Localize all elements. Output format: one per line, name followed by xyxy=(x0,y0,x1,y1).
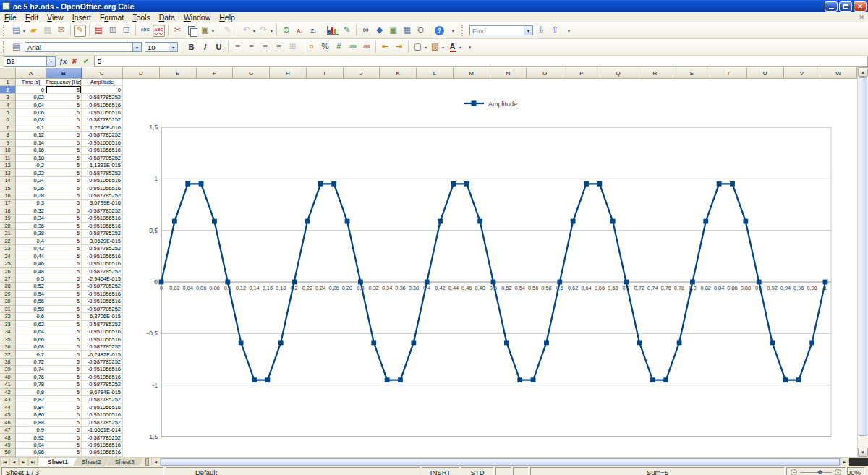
row-header-2[interactable]: 2 xyxy=(0,86,16,93)
row-header-43[interactable]: 43 xyxy=(0,396,16,403)
gallery-icon[interactable]: ▣ xyxy=(387,25,399,37)
row-header-35[interactable]: 35 xyxy=(0,335,16,343)
formula-input-line[interactable]: 5 xyxy=(94,56,868,67)
cell-B4[interactable]: 5 xyxy=(46,101,82,108)
new-document-icon[interactable]: ▤ xyxy=(10,25,22,37)
menu-item-view[interactable]: View xyxy=(43,13,68,22)
open-icon[interactable]: ▰ xyxy=(27,25,40,37)
cell-C28[interactable]: -0,587785252 xyxy=(82,283,123,290)
minimize-button[interactable] xyxy=(825,1,838,12)
cell-B32[interactable]: 5 xyxy=(46,313,82,320)
cell-B43[interactable]: 5 xyxy=(46,396,82,403)
cell-B50[interactable]: 5 xyxy=(46,449,82,456)
insert-mode-status[interactable]: INSRT xyxy=(422,467,459,475)
cell-C32[interactable]: 6,3706E-015 xyxy=(82,313,123,320)
cell-A15[interactable]: 0,26 xyxy=(16,184,46,192)
cell-C21[interactable]: -0,587785252 xyxy=(82,230,123,237)
cell-A40[interactable]: 0,76 xyxy=(16,374,46,381)
cell-A42[interactable]: 0,8 xyxy=(16,389,46,396)
row-header-12[interactable]: 12 xyxy=(0,162,16,169)
column-header-B[interactable]: B xyxy=(46,67,82,79)
zoom-icon[interactable]: ⊙ xyxy=(414,25,427,37)
row-header-31[interactable]: 31 xyxy=(0,306,16,313)
cell-B6[interactable]: 5 xyxy=(46,116,82,124)
row-header-16[interactable]: 16 xyxy=(0,192,16,200)
cell-C19[interactable]: -0,951056516 xyxy=(82,215,123,222)
cell-B39[interactable]: 5 xyxy=(46,366,82,373)
toolbar-overflow-icon[interactable]: ▾ xyxy=(447,25,459,37)
row-header-46[interactable]: 46 xyxy=(0,419,16,426)
row-header-14[interactable]: 14 xyxy=(0,177,16,184)
row-header-10[interactable]: 10 xyxy=(0,147,16,154)
cell-A17[interactable]: 0,3 xyxy=(16,200,46,207)
row-header-42[interactable]: 42 xyxy=(0,389,16,396)
horizontal-scrollbar-thumb[interactable] xyxy=(161,458,840,466)
zoom-out-icon[interactable]: − xyxy=(791,469,797,475)
print-icon[interactable]: ⊞ xyxy=(106,25,119,37)
row-header-21[interactable]: 21 xyxy=(0,230,16,237)
row-header-7[interactable]: 7 xyxy=(0,124,16,132)
cell-C6[interactable]: 0,587785252 xyxy=(82,116,123,124)
cell-B24[interactable]: 5 xyxy=(46,252,82,260)
tab-splitter[interactable] xyxy=(145,458,149,466)
cell-B37[interactable]: 5 xyxy=(46,351,82,358)
column-header-I[interactable]: I xyxy=(307,67,344,79)
column-header-Q[interactable]: Q xyxy=(600,67,637,79)
show-draw-functions-icon[interactable]: ✎ xyxy=(341,25,353,37)
row-header-8[interactable]: 8 xyxy=(0,132,16,139)
redo-dropdown-icon[interactable]: ▾ xyxy=(271,28,273,33)
column-header-P[interactable]: P xyxy=(563,67,600,79)
cell-C31[interactable]: -0,587785252 xyxy=(82,306,123,313)
menu-item-data[interactable]: Data xyxy=(155,13,179,22)
cell-C42[interactable]: 9,6784E-015 xyxy=(82,389,123,396)
row-header-22[interactable]: 22 xyxy=(0,238,16,245)
row-header-33[interactable]: 33 xyxy=(0,321,16,328)
next-sheet-icon[interactable]: ▶ xyxy=(19,458,28,466)
cell-B2[interactable]: 5 xyxy=(46,86,82,93)
row-header-49[interactable]: 49 xyxy=(0,442,16,449)
cell-C33[interactable]: 0,587785252 xyxy=(82,321,123,328)
sheet-position-status[interactable]: Sheet 1 / 3 xyxy=(1,467,164,475)
accept-icon[interactable]: ✔ xyxy=(80,56,92,66)
align-justified-icon[interactable]: ≡ xyxy=(273,41,285,54)
cell-A12[interactable]: 0,2 xyxy=(16,162,46,169)
help-icon[interactable]: ? xyxy=(433,25,446,37)
italic-icon[interactable]: I xyxy=(199,41,211,54)
cell-B23[interactable]: 5 xyxy=(46,245,82,252)
cell-A19[interactable]: 0,34 xyxy=(16,215,46,222)
cell-B44[interactable]: 5 xyxy=(46,403,82,411)
spellcheck-icon[interactable]: ABC xyxy=(139,25,151,37)
previous-sheet-icon[interactable]: ◀ xyxy=(9,458,19,466)
font-size-dropdown-icon[interactable]: ▾ xyxy=(169,43,177,51)
cell-A1[interactable]: Time [s] xyxy=(16,79,46,86)
row-header-39[interactable]: 39 xyxy=(0,366,16,373)
row-header-45[interactable]: 45 xyxy=(0,411,16,419)
export-pdf-icon[interactable]: ▤ xyxy=(93,25,105,37)
email-icon[interactable]: ✉ xyxy=(55,25,67,37)
cell-B40[interactable]: 5 xyxy=(46,374,82,381)
borders-icon[interactable]: ▢ xyxy=(412,41,424,54)
cell-C40[interactable]: -0,951056516 xyxy=(82,374,123,381)
cell-A38[interactable]: 0,72 xyxy=(16,359,46,366)
cell-A22[interactable]: 0,4 xyxy=(16,238,46,245)
cell-A13[interactable]: 0,22 xyxy=(16,169,46,176)
cell-C18[interactable]: -0,587785252 xyxy=(82,207,123,215)
cell-C44[interactable]: 0,951056516 xyxy=(82,403,123,411)
cell-B47[interactable]: 5 xyxy=(46,427,82,434)
cell-C24[interactable]: 0,951056516 xyxy=(82,252,123,260)
cell-A16[interactable]: 0,28 xyxy=(16,192,46,200)
cell-A18[interactable]: 0,32 xyxy=(16,207,46,215)
navigator-icon[interactable]: ◆ xyxy=(373,25,386,37)
zoom-slider[interactable]: − + xyxy=(786,467,846,475)
cell-B17[interactable]: 5 xyxy=(46,200,82,207)
cell-C46[interactable]: 0,587785252 xyxy=(82,419,123,426)
cell-A20[interactable]: 0,36 xyxy=(16,223,46,230)
cell-A50[interactable]: 0,96 xyxy=(16,449,46,456)
sort-ascending-icon[interactable]: A↓ xyxy=(294,25,306,37)
undo-dropdown-icon[interactable]: ▾ xyxy=(253,28,255,33)
menu-item-format[interactable]: Format xyxy=(95,13,128,22)
row-header-25[interactable]: 25 xyxy=(0,260,16,268)
column-header-M[interactable]: M xyxy=(454,67,490,79)
embedded-chart[interactable]: 1,510,50-0,5-1-1,500,020,040,060,080,10,… xyxy=(124,79,857,457)
cell-C49[interactable]: -0,951056516 xyxy=(82,442,123,449)
